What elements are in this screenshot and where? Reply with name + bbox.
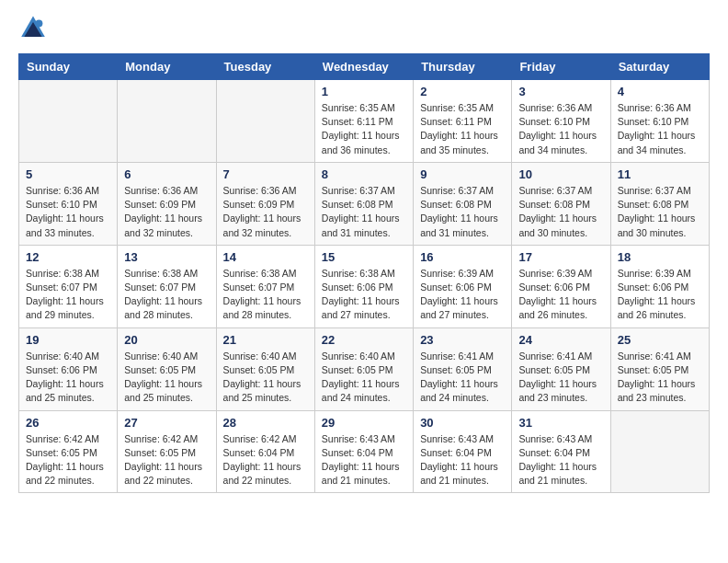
calendar-week-row: 1Sunrise: 6:35 AM Sunset: 6:11 PM Daylig… [19,80,710,163]
day-info: Sunrise: 6:40 AM Sunset: 6:05 PM Dayligh… [223,350,308,406]
calendar-cell: 3Sunrise: 6:36 AM Sunset: 6:10 PM Daylig… [512,80,610,163]
day-number: 16 [420,250,505,264]
calendar-cell: 15Sunrise: 6:38 AM Sunset: 6:06 PM Dayli… [314,245,413,327]
calendar-cell: 26Sunrise: 6:42 AM Sunset: 6:05 PM Dayli… [19,410,118,493]
day-number: 19 [26,333,110,347]
header-sunday: Sunday [19,54,118,80]
day-info: Sunrise: 6:40 AM Sunset: 6:05 PM Dayligh… [322,350,406,406]
day-info: Sunrise: 6:36 AM Sunset: 6:10 PM Dayligh… [618,101,702,157]
header-saturday: Saturday [610,54,709,80]
calendar-cell: 10Sunrise: 6:37 AM Sunset: 6:08 PM Dayli… [512,162,610,245]
calendar-cell: 7Sunrise: 6:36 AM Sunset: 6:09 PM Daylig… [216,162,314,245]
logo [18,15,51,44]
calendar-cell [118,80,216,163]
day-number: 5 [26,167,110,181]
calendar-cell: 31Sunrise: 6:43 AM Sunset: 6:04 PM Dayli… [512,410,610,493]
calendar-cell [216,80,314,163]
calendar-cell: 28Sunrise: 6:42 AM Sunset: 6:04 PM Dayli… [216,410,314,493]
day-info: Sunrise: 6:36 AM Sunset: 6:09 PM Dayligh… [223,184,308,240]
day-number: 2 [420,85,505,98]
day-number: 29 [322,416,406,430]
day-info: Sunrise: 6:38 AM Sunset: 6:07 PM Dayligh… [223,267,308,323]
calendar-cell: 25Sunrise: 6:41 AM Sunset: 6:05 PM Dayli… [610,327,709,410]
header-tuesday: Tuesday [216,54,314,80]
weekday-header-row: Sunday Monday Tuesday Wednesday Thursday… [19,54,710,80]
calendar-cell: 29Sunrise: 6:43 AM Sunset: 6:04 PM Dayli… [314,410,413,493]
day-info: Sunrise: 6:37 AM Sunset: 6:08 PM Dayligh… [618,184,702,240]
calendar-week-row: 12Sunrise: 6:38 AM Sunset: 6:07 PM Dayli… [19,245,710,327]
calendar-cell: 27Sunrise: 6:42 AM Sunset: 6:05 PM Dayli… [118,410,216,493]
day-number: 3 [518,85,603,98]
day-info: Sunrise: 6:42 AM Sunset: 6:05 PM Dayligh… [124,432,209,488]
day-number: 6 [124,167,209,181]
day-info: Sunrise: 6:38 AM Sunset: 6:07 PM Dayligh… [26,267,110,323]
calendar-cell: 19Sunrise: 6:40 AM Sunset: 6:06 PM Dayli… [19,327,118,410]
day-info: Sunrise: 6:37 AM Sunset: 6:08 PM Dayligh… [322,184,406,240]
calendar-cell: 17Sunrise: 6:39 AM Sunset: 6:06 PM Dayli… [512,245,610,327]
day-number: 9 [420,167,505,181]
calendar-week-row: 19Sunrise: 6:40 AM Sunset: 6:06 PM Dayli… [19,327,710,410]
calendar-cell: 20Sunrise: 6:40 AM Sunset: 6:05 PM Dayli… [118,327,216,410]
calendar-cell: 4Sunrise: 6:36 AM Sunset: 6:10 PM Daylig… [610,80,709,163]
logo-icon [18,15,48,44]
day-number: 27 [124,416,209,430]
day-number: 7 [223,167,308,181]
day-info: Sunrise: 6:37 AM Sunset: 6:08 PM Dayligh… [420,184,505,240]
header-wednesday: Wednesday [314,54,413,80]
day-number: 25 [618,333,702,347]
day-number: 4 [618,85,702,98]
calendar-cell: 18Sunrise: 6:39 AM Sunset: 6:06 PM Dayli… [610,245,709,327]
calendar-cell: 5Sunrise: 6:36 AM Sunset: 6:10 PM Daylig… [19,162,118,245]
calendar-week-row: 5Sunrise: 6:36 AM Sunset: 6:10 PM Daylig… [19,162,710,245]
day-info: Sunrise: 6:40 AM Sunset: 6:06 PM Dayligh… [26,350,110,406]
svg-point-2 [35,20,42,28]
day-number: 30 [420,416,505,430]
calendar-week-row: 26Sunrise: 6:42 AM Sunset: 6:05 PM Dayli… [19,410,710,493]
day-number: 26 [26,416,110,430]
day-number: 21 [223,333,308,347]
calendar-cell [610,410,709,493]
day-number: 24 [518,333,603,347]
calendar-cell: 23Sunrise: 6:41 AM Sunset: 6:05 PM Dayli… [414,327,512,410]
day-number: 18 [618,250,702,264]
day-number: 8 [322,167,406,181]
day-info: Sunrise: 6:43 AM Sunset: 6:04 PM Dayligh… [420,432,505,488]
day-number: 10 [518,167,603,181]
day-number: 11 [618,167,702,181]
day-number: 20 [124,333,209,347]
calendar-cell: 1Sunrise: 6:35 AM Sunset: 6:11 PM Daylig… [314,80,413,163]
calendar-cell: 16Sunrise: 6:39 AM Sunset: 6:06 PM Dayli… [414,245,512,327]
calendar-cell: 11Sunrise: 6:37 AM Sunset: 6:08 PM Dayli… [610,162,709,245]
calendar-cell: 2Sunrise: 6:35 AM Sunset: 6:11 PM Daylig… [414,80,512,163]
calendar-cell: 14Sunrise: 6:38 AM Sunset: 6:07 PM Dayli… [216,245,314,327]
calendar-cell: 6Sunrise: 6:36 AM Sunset: 6:09 PM Daylig… [118,162,216,245]
calendar-cell: 13Sunrise: 6:38 AM Sunset: 6:07 PM Dayli… [118,245,216,327]
day-info: Sunrise: 6:38 AM Sunset: 6:07 PM Dayligh… [124,267,209,323]
page-header [18,15,710,44]
header-friday: Friday [512,54,610,80]
day-info: Sunrise: 6:39 AM Sunset: 6:06 PM Dayligh… [618,267,702,323]
day-number: 31 [518,416,603,430]
header-thursday: Thursday [414,54,512,80]
day-number: 22 [322,333,406,347]
day-info: Sunrise: 6:41 AM Sunset: 6:05 PM Dayligh… [420,350,505,406]
day-info: Sunrise: 6:39 AM Sunset: 6:06 PM Dayligh… [420,267,505,323]
calendar-table: Sunday Monday Tuesday Wednesday Thursday… [18,53,710,493]
day-info: Sunrise: 6:41 AM Sunset: 6:05 PM Dayligh… [518,350,603,406]
day-info: Sunrise: 6:35 AM Sunset: 6:11 PM Dayligh… [420,101,505,157]
header-monday: Monday [118,54,216,80]
calendar-cell: 12Sunrise: 6:38 AM Sunset: 6:07 PM Dayli… [19,245,118,327]
day-info: Sunrise: 6:42 AM Sunset: 6:05 PM Dayligh… [26,432,110,488]
day-info: Sunrise: 6:35 AM Sunset: 6:11 PM Dayligh… [322,101,406,157]
calendar-cell: 22Sunrise: 6:40 AM Sunset: 6:05 PM Dayli… [314,327,413,410]
day-info: Sunrise: 6:36 AM Sunset: 6:10 PM Dayligh… [518,101,603,157]
calendar-cell: 9Sunrise: 6:37 AM Sunset: 6:08 PM Daylig… [414,162,512,245]
day-info: Sunrise: 6:39 AM Sunset: 6:06 PM Dayligh… [518,267,603,323]
day-info: Sunrise: 6:37 AM Sunset: 6:08 PM Dayligh… [518,184,603,240]
day-info: Sunrise: 6:43 AM Sunset: 6:04 PM Dayligh… [322,432,406,488]
day-number: 13 [124,250,209,264]
day-info: Sunrise: 6:36 AM Sunset: 6:10 PM Dayligh… [26,184,110,240]
calendar-cell [19,80,118,163]
calendar-cell: 24Sunrise: 6:41 AM Sunset: 6:05 PM Dayli… [512,327,610,410]
day-info: Sunrise: 6:38 AM Sunset: 6:06 PM Dayligh… [322,267,406,323]
